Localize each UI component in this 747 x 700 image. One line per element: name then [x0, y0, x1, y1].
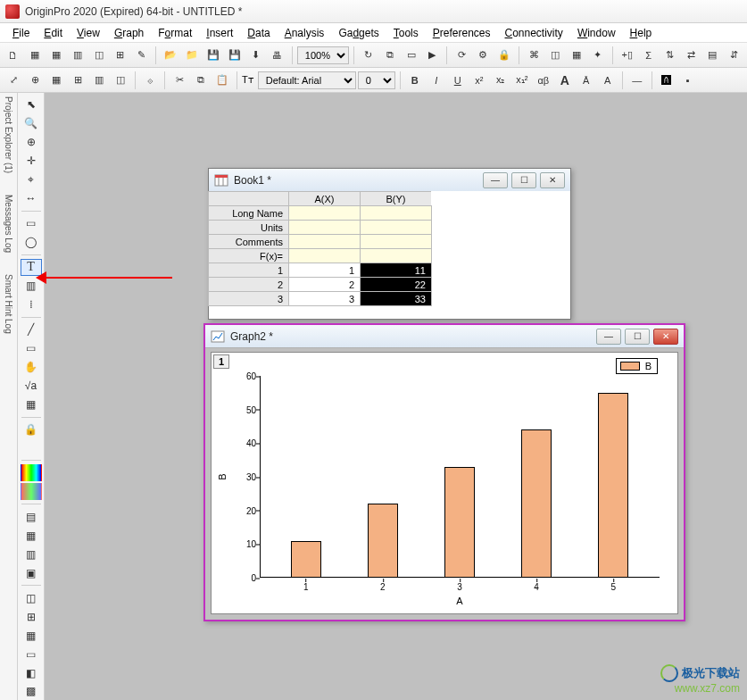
- tb-transfer-icon[interactable]: ⇄: [681, 46, 701, 65]
- tb-save-template-icon[interactable]: 💾: [225, 46, 245, 65]
- overline-button[interactable]: Ā: [577, 71, 596, 90]
- book1-minimize-button[interactable]: —: [483, 172, 508, 188]
- superscript-button[interactable]: x²: [469, 71, 489, 90]
- longname-a[interactable]: [288, 205, 361, 221]
- tb-stats-icon[interactable]: Σ: [639, 46, 659, 65]
- graph2-window[interactable]: Graph2 * — ☐ ✕ 1 B B A 01020304050601234…: [203, 323, 685, 621]
- pointer-tool-icon[interactable]: ⬉: [21, 96, 42, 113]
- messages-log-tab[interactable]: Messages Log: [4, 195, 13, 253]
- bold-button[interactable]: B: [405, 71, 425, 90]
- row-comments[interactable]: Comments: [208, 234, 289, 249]
- menu-graph[interactable]: Graph: [109, 25, 149, 41]
- corner-cell[interactable]: [208, 191, 289, 206]
- tb-refresh-icon[interactable]: ↻: [359, 46, 378, 65]
- palette1-icon[interactable]: [21, 464, 42, 481]
- screen-reader-tool-icon[interactable]: ✛: [21, 153, 42, 170]
- plot2-t6-icon[interactable]: ⊞: [21, 608, 42, 625]
- cell-a1[interactable]: 1: [288, 262, 361, 278]
- graph2-minimize-button[interactable]: —: [596, 329, 621, 345]
- chart-legend[interactable]: B: [616, 358, 658, 374]
- cell-b3[interactable]: 33: [360, 291, 432, 306]
- book1-sheet[interactable]: A(X) B(Y) Long Name Units Comments F(x)=…: [209, 192, 570, 306]
- tb-code-icon[interactable]: ⌘: [524, 46, 544, 65]
- row-1-hdr[interactable]: 1: [208, 262, 289, 278]
- tb-copy-icon[interactable]: ⧉: [191, 71, 211, 90]
- plot2-t8-icon[interactable]: ▭: [21, 646, 42, 662]
- tb-sendgraph-icon[interactable]: ▦: [567, 46, 586, 65]
- increase-font-button[interactable]: A: [555, 71, 575, 90]
- tb-new-project-icon[interactable]: 🗋: [4, 46, 23, 65]
- menu-view[interactable]: View: [71, 25, 105, 41]
- tb-new-graph-icon[interactable]: ▥: [68, 46, 87, 65]
- plot2-t3-icon[interactable]: ▥: [21, 546, 42, 562]
- tb-save-icon[interactable]: 💾: [203, 46, 223, 65]
- cell-b1[interactable]: 11: [360, 262, 432, 278]
- menu-window[interactable]: Window: [572, 25, 621, 41]
- insert-eqn-tool-icon[interactable]: √a: [21, 378, 42, 395]
- tb-new-notes-icon[interactable]: ✎: [131, 46, 151, 65]
- tb-sort-icon[interactable]: ⇅: [660, 46, 680, 65]
- menu-file[interactable]: File: [7, 25, 35, 41]
- tb-recalc-icon[interactable]: ⟳: [452, 46, 471, 65]
- units-a[interactable]: [288, 220, 361, 235]
- plot2-t7-icon[interactable]: ▦: [21, 627, 42, 644]
- graph-page[interactable]: 1 B B A 010203040506012345: [211, 352, 678, 614]
- book1-close-button[interactable]: ✕: [540, 172, 565, 188]
- tb-addlayer-icon[interactable]: ⊞: [68, 71, 87, 90]
- draw-tool-icon[interactable]: ⁞: [21, 296, 42, 313]
- row-2-hdr[interactable]: 2: [208, 277, 289, 292]
- book1-window[interactable]: Book1 * — ☐ ✕ A(X) B(Y) Long Name Units …: [208, 168, 571, 320]
- selection-tool-icon[interactable]: ↔: [21, 190, 42, 207]
- chart-bar[interactable]: [598, 393, 628, 578]
- tb-exchange-icon[interactable]: ⇵: [724, 46, 743, 65]
- italic-button[interactable]: I: [427, 71, 446, 90]
- subscript-button[interactable]: x₂: [491, 71, 510, 90]
- graph2-maximize-button[interactable]: ☐: [625, 329, 650, 345]
- comments-a[interactable]: [288, 234, 361, 249]
- plot2-t1-icon[interactable]: ▤: [21, 508, 42, 525]
- tb-layer-icon[interactable]: ▦: [46, 71, 66, 90]
- zoom-tool-icon[interactable]: 🔍: [21, 115, 42, 132]
- tb-digitizer-icon[interactable]: ✦: [588, 46, 608, 65]
- fx-b[interactable]: [360, 248, 432, 263]
- tb-slide-icon[interactable]: ▭: [402, 46, 421, 65]
- menu-help[interactable]: Help: [625, 25, 658, 41]
- longname-b[interactable]: [360, 205, 432, 221]
- cell-b2[interactable]: 22: [360, 277, 432, 292]
- tb-autorecalc-icon[interactable]: ⚙: [473, 46, 493, 65]
- lasso-tool-icon[interactable]: ◯: [21, 234, 42, 251]
- tb-lock-icon[interactable]: 🔒: [494, 46, 514, 65]
- tb-extract-icon[interactable]: ▥: [89, 71, 109, 90]
- chart-area[interactable]: B A 010203040506012345: [260, 376, 660, 578]
- row-fx[interactable]: F(x)=: [208, 248, 289, 263]
- menu-connectivity[interactable]: Connectivity: [500, 25, 569, 41]
- object-mgr-tool-icon[interactable]: ▦: [21, 396, 42, 413]
- rect-tool-icon[interactable]: ▭: [21, 340, 42, 357]
- palette2-icon[interactable]: [21, 483, 42, 500]
- tb-open-icon[interactable]: 📂: [161, 46, 180, 65]
- row-longname[interactable]: Long Name: [208, 205, 289, 221]
- region-tool-icon[interactable]: ▭: [21, 215, 42, 232]
- fx-a[interactable]: [288, 248, 361, 263]
- project-explorer-tab[interactable]: Project Explorer (1): [4, 96, 13, 173]
- tb-new-layout-icon[interactable]: ⊞: [111, 46, 130, 65]
- tb-cut-icon[interactable]: ✂: [170, 71, 189, 90]
- tb-paste-icon[interactable]: 📋: [212, 71, 232, 90]
- menu-preferences[interactable]: Preferences: [427, 25, 496, 41]
- fill-swatch-icon[interactable]: ▪: [678, 71, 698, 90]
- plot2-t4-icon[interactable]: ▣: [21, 564, 42, 581]
- subsuperscript-button[interactable]: x₁²: [512, 71, 532, 90]
- tb-apps-icon[interactable]: ◫: [545, 46, 565, 65]
- chart-bar[interactable]: [521, 429, 552, 578]
- tb-print-icon[interactable]: 🖶: [268, 46, 287, 65]
- tb-duplicate-icon[interactable]: ⧉: [380, 46, 400, 65]
- font-select[interactable]: Default: Arial: [258, 71, 356, 89]
- plot2-t9-icon[interactable]: ◧: [21, 664, 42, 681]
- smart-hint-tab[interactable]: Smart Hint Log: [4, 274, 13, 334]
- tb-import-icon[interactable]: ⬇: [246, 46, 266, 65]
- chart-bar[interactable]: [368, 504, 398, 578]
- font-size-select[interactable]: 0: [358, 71, 395, 89]
- row-3-hdr[interactable]: 3: [208, 291, 289, 306]
- tb-addcol-icon[interactable]: +▯: [618, 46, 637, 65]
- graph2-close-button[interactable]: ✕: [653, 329, 678, 345]
